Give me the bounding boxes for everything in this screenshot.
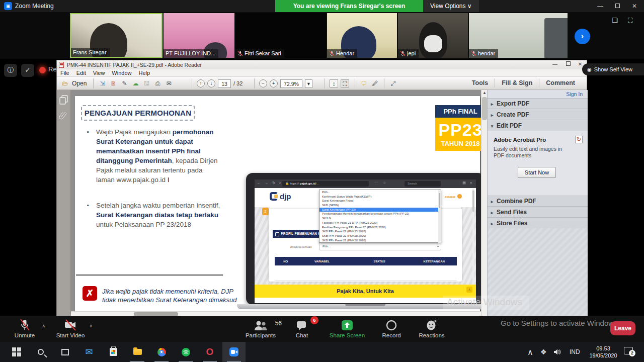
tab-comment[interactable]: Comment	[539, 78, 582, 87]
participants-button[interactable]: 56 Participants	[242, 318, 280, 338]
view-options-button[interactable]: View Options ∨	[423, 0, 479, 12]
dropdown-option[interactable]: Konfirmasi Status Wajib Pajak(KSWP)	[319, 195, 441, 199]
tab-fill-sign[interactable]: Fill & Sign	[495, 78, 539, 87]
dropdown-option[interactable]: SKB PPh Pasal 22 (PMK28 2020)	[319, 234, 441, 238]
convert-pdf-icon[interactable]: ⇲	[98, 79, 107, 87]
open-button[interactable]: Open	[72, 80, 87, 87]
comment-bubble-icon[interactable]: 🗩	[360, 79, 368, 87]
zoom-in-button[interactable]: +	[270, 79, 278, 87]
page-thumbnails-icon[interactable]	[59, 95, 68, 105]
participant-tile[interactable]: jepi	[398, 13, 468, 58]
send-files-row[interactable]: ▸Send Files	[488, 207, 588, 218]
start-button[interactable]	[5, 342, 28, 362]
reader-minimize-button[interactable]: —	[549, 61, 560, 67]
print-icon[interactable]: ⎙	[153, 79, 162, 87]
file-explorer-button[interactable]	[126, 342, 149, 362]
email-icon[interactable]: ✉	[165, 79, 173, 87]
dropdown-option[interactable]: SKJLN	[319, 216, 441, 221]
dropbox-tray-icon[interactable]: ❖	[540, 342, 547, 362]
store-app-button[interactable]	[102, 342, 125, 362]
menu-file[interactable]: File	[57, 69, 73, 76]
participant-tile[interactable]: Hendar	[327, 13, 397, 58]
reactions-button[interactable]: Reactions	[416, 318, 448, 338]
export-pdf-row[interactable]: ▸Export PDF	[488, 99, 588, 109]
info-icon[interactable]: ⓘ	[4, 64, 17, 77]
participant-tile[interactable]: PT FUJILLOY IND...	[164, 13, 234, 58]
browser-search-box[interactable]: Search	[405, 181, 441, 187]
dropdown-scrollbar[interactable]	[438, 190, 441, 243]
zoom-level-input[interactable]: 72.9%	[280, 79, 302, 88]
participant-tile[interactable]: hendar	[469, 13, 568, 58]
show-self-view-button[interactable]: ◉Show Self View	[582, 63, 644, 75]
chrome-button[interactable]	[150, 342, 173, 362]
create-pdf-row[interactable]: ▸Create PDF	[488, 110, 588, 120]
fit-page-icon[interactable]: ⛶	[341, 79, 349, 87]
zoom-dropdown-button[interactable]: ▾	[305, 79, 312, 88]
search-button[interactable]	[29, 342, 52, 362]
sign-pen-icon[interactable]: ✎	[120, 79, 129, 87]
reader-restore-button[interactable]	[562, 61, 574, 67]
prev-page-button[interactable]: ↑	[197, 79, 205, 87]
combine-pdf-row[interactable]: ▸Combine PDF	[488, 196, 588, 207]
audio-options-chevron[interactable]: ∧	[42, 323, 45, 328]
dropdown-option[interactable]: SKB PPh Pasal 22 (PMK23 2020)	[319, 229, 441, 234]
url-bar[interactable]: 🔒 https:// pajak.go.id/…	[282, 181, 369, 187]
fill-sign-icon[interactable]: 🖉	[371, 79, 379, 87]
maximize-button[interactable]	[610, 0, 625, 12]
scroll-mode-icon[interactable]: ↕	[330, 79, 338, 87]
start-now-button[interactable]: Start Now	[518, 167, 556, 178]
upload-cloud-icon[interactable]: ☁	[131, 79, 140, 87]
unmute-button[interactable]: ∧ Unmute	[8, 318, 41, 338]
edit-pdf-row[interactable]: ▾Edit PDF	[488, 121, 588, 131]
create-pdf-icon[interactable]: 🗎	[109, 79, 118, 87]
spotify-button[interactable]	[174, 342, 197, 362]
volume-tray-icon[interactable]	[553, 342, 561, 362]
leave-button[interactable]: Leave	[610, 321, 635, 335]
share-screen-button[interactable]: Share Screen	[327, 318, 367, 338]
expand-arrows-icon[interactable]: ⤢	[389, 79, 397, 87]
page-number-input[interactable]: 13	[218, 79, 231, 88]
zoom-out-button[interactable]: −	[259, 79, 267, 87]
sign-in-link[interactable]: Sign In	[566, 91, 583, 97]
vertical-scrollbar[interactable]: ▲	[481, 90, 487, 316]
participant-tile[interactable]: Fitri Sekar Sari	[235, 13, 326, 58]
gallery-view-icon[interactable]: ❏	[612, 17, 618, 24]
dropdown-option[interactable]: Fasilitas Pengurang PPh Pasal 25 (PMK23 …	[319, 225, 441, 230]
dropdown-option[interactable]: Fasilitas PPh Pasal 21 DTP (PMK23 2020)	[319, 221, 441, 225]
browser-action-icons[interactable]: ⋯ ☆	[374, 181, 388, 185]
start-video-button[interactable]: ∧ Start Video	[52, 318, 89, 338]
menu-view[interactable]: View	[90, 69, 109, 76]
next-page-button[interactable]: ↓	[207, 79, 215, 87]
minimize-button[interactable]: —	[593, 0, 608, 12]
language-indicator[interactable]: IND	[570, 342, 580, 362]
attachments-paperclip-icon[interactable]	[59, 111, 68, 122]
browser-menu-icons[interactable]: ▤ ≡	[462, 181, 473, 185]
menu-help[interactable]: Help	[135, 69, 153, 76]
next-videos-button[interactable]: ›	[575, 29, 590, 44]
dropdown-option[interactable]: Pilih...	[319, 190, 441, 195]
taskbar-clock[interactable]: 09.53 19/05/2020	[588, 345, 619, 359]
browser-nav-icons[interactable]: ← → ↻ ⌂	[257, 181, 283, 185]
dropdown-option-selected[interactable]: Surat Keterangan (PP 23)	[319, 208, 441, 212]
dropdown-option[interactable]: Surat Keterangan Fiskal	[319, 199, 441, 203]
fullscreen-icon[interactable]: ⛶	[628, 17, 632, 25]
dropdown-option[interactable]: SKD (SPDN)	[319, 203, 441, 208]
participant-tile[interactable]: Frans Siregar	[70, 13, 163, 58]
store-files-row[interactable]: ▸Store Files	[488, 218, 588, 229]
close-button[interactable]: ✕	[627, 0, 642, 12]
record-button[interactable]: Record	[378, 318, 405, 338]
task-view-button[interactable]	[53, 342, 76, 362]
tray-expand-button[interactable]: ∧	[527, 342, 533, 362]
back-to-top-button[interactable]: ∧	[466, 287, 472, 293]
video-options-chevron[interactable]: ∧	[89, 323, 93, 328]
menu-window[interactable]: Window	[108, 69, 135, 76]
keperluan-select[interactable]: Pilih...▾	[319, 243, 441, 250]
tab-tools[interactable]: Tools	[465, 78, 495, 87]
opera-button[interactable]: O	[198, 342, 221, 362]
chat-button[interactable]: 6 Chat	[290, 318, 313, 338]
dropdown-option[interactable]: SKB PPh Pasal 23 (PMK28 2020)	[319, 238, 441, 243]
dropdown-option[interactable]: Pemberitahuan Memilih berdasarkan ketent…	[319, 212, 441, 216]
menu-edit[interactable]: Edit	[73, 69, 90, 76]
shield-check-icon[interactable]: ✓	[21, 64, 34, 77]
zoom-app-button[interactable]	[222, 342, 246, 362]
